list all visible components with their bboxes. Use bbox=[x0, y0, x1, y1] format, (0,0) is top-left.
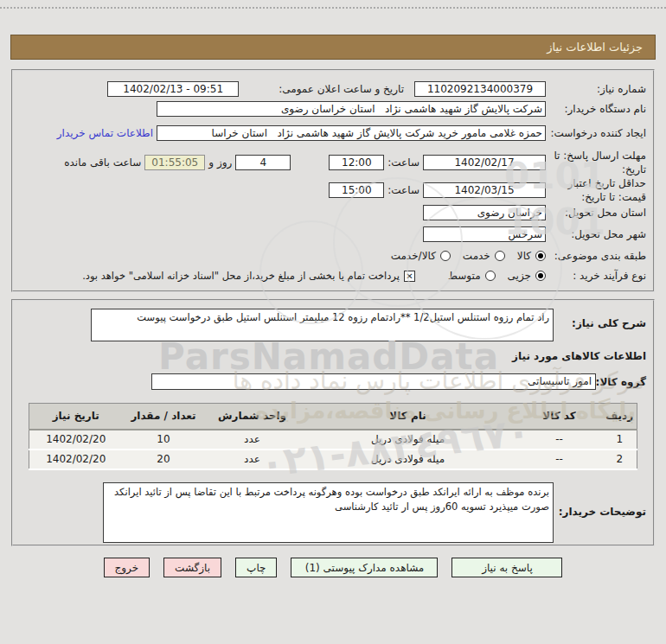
need-description-field[interactable]: راد تمام رزوه استنلس استیل1/2 **رادتمام … bbox=[91, 309, 554, 341]
radio-icon[interactable] bbox=[440, 251, 451, 261]
validity-hour-label: ساعت: bbox=[387, 184, 419, 196]
top-dotted-divider bbox=[0, 7, 666, 9]
radio-icon[interactable] bbox=[485, 271, 496, 281]
radio-selected-icon[interactable] bbox=[535, 251, 546, 261]
need-description-label: شرح کلی نیاز: bbox=[572, 317, 646, 329]
need-number-row: شماره نیاز: 1102092134000379 تاریخ و ساع… bbox=[20, 81, 646, 97]
delivery-province-field[interactable]: خراسان رضوی bbox=[423, 205, 546, 220]
announce-datetime-label: تاریخ و ساعت اعلان عمومی: bbox=[279, 83, 404, 95]
delivery-city-field[interactable]: سرخس bbox=[423, 226, 546, 242]
exit-button[interactable]: خروج bbox=[104, 558, 150, 577]
classification-option-service[interactable]: خدمت bbox=[463, 250, 505, 262]
goods-group-label: گروه کالا: bbox=[596, 376, 646, 388]
table-header-cell: تعداد / مقدار bbox=[123, 404, 205, 430]
buyer-notes-field[interactable]: برنده موظف به ارائه ایرانکد طبق درخواست … bbox=[103, 482, 554, 543]
table-header-cell: کد کالا bbox=[516, 404, 603, 430]
view-attached-docs-button[interactable]: مشاهده مدارک پیوستی (1) bbox=[291, 558, 438, 577]
print-button[interactable]: چاپ bbox=[235, 558, 277, 577]
table-cell: -- bbox=[516, 450, 603, 469]
table-cell: 1402/02/20 bbox=[29, 450, 123, 469]
classification-option-label: خدمت bbox=[463, 250, 490, 262]
need-description-panel: شرح کلی نیاز: راد تمام رزوه استنلس استیل… bbox=[11, 299, 655, 546]
table-cell: 10 bbox=[123, 430, 205, 450]
table-header-cell: واحد شمارش bbox=[205, 404, 300, 430]
table-header-cell: ردیف bbox=[603, 404, 637, 430]
remaining-days-field[interactable]: 4 bbox=[235, 155, 291, 170]
respond-to-need-button[interactable]: پاسخ به نیاز bbox=[451, 558, 562, 577]
validity-date-field[interactable]: 1402/03/15 bbox=[423, 182, 546, 198]
delivery-province-label: استان محل تحویل: bbox=[549, 206, 646, 220]
table-header-row: ردیفکد کالانام کالاواحد شمارشتعداد / مقد… bbox=[29, 404, 637, 430]
table-cell: عدد bbox=[205, 430, 300, 450]
response-deadline-row: مهلت ارسال پاسخ: تا تاریخ: 1402/02/17 سا… bbox=[20, 149, 646, 176]
need-details-page: جزئیات اطلاعات نیاز شماره نیاز: 11020921… bbox=[0, 0, 666, 644]
classification-option-goods[interactable]: کالا bbox=[517, 250, 546, 262]
table-header-cell: تاریخ نیاز bbox=[29, 404, 123, 430]
process-option-minor[interactable]: جزیی bbox=[508, 270, 546, 282]
classification-option-label: کالا/خدمت bbox=[391, 250, 436, 262]
price-validity-label: حداقل تاریخ اعتبار قیمت: تا تاریخ: bbox=[549, 176, 646, 204]
request-creator-label: ایجاد کننده درخواست: bbox=[549, 126, 646, 140]
response-deadline-label: مهلت ارسال پاسخ: تا تاریخ: bbox=[549, 149, 646, 176]
buyer-contact-link[interactable]: اطلاعات تماس خریدار bbox=[57, 127, 153, 139]
radio-selected-icon[interactable] bbox=[535, 271, 546, 281]
back-button[interactable]: بازگشت bbox=[163, 558, 221, 577]
general-info-panel: شماره نیاز: 1102092134000379 تاریخ و ساع… bbox=[11, 69, 655, 292]
delivery-city-label: شهر محل تحویل: bbox=[549, 227, 646, 241]
request-creator-field[interactable]: حمزه غلامی مامور خرید شرکت پالایش گاز شه… bbox=[157, 125, 546, 141]
goods-group-field[interactable]: امور تاسیساتی bbox=[151, 373, 596, 390]
page-title: جزئیات اطلاعات نیاز bbox=[10, 35, 656, 60]
radio-icon[interactable] bbox=[495, 251, 505, 261]
table-cell: -- bbox=[516, 430, 603, 450]
subject-classification-row: طبقه بندی موضوعی: کالا خدمت کالا/خدمت bbox=[20, 249, 646, 263]
table-cell: عدد bbox=[205, 450, 300, 469]
table-cell: 20 bbox=[123, 450, 205, 469]
announce-datetime-field[interactable]: 1402/02/13 - 09:51 bbox=[107, 81, 239, 97]
deadline-time-field[interactable]: 12:00 bbox=[329, 155, 384, 170]
table-row: 2--میله فولادی دریلعدد201402/02/20 bbox=[29, 450, 637, 469]
price-validity-row: حداقل تاریخ اعتبار قیمت: تا تاریخ: 1402/… bbox=[20, 176, 646, 204]
table-cell: 1 bbox=[603, 430, 637, 450]
goods-table: ردیفکد کالانام کالاواحد شمارشتعداد / مقد… bbox=[29, 403, 637, 470]
table-row: 1--میله فولادی دریلعدد101402/02/20 bbox=[29, 430, 637, 450]
buyer-org-row: نام دستگاه خریدار: شرکت پالایش گاز شهید … bbox=[20, 101, 646, 117]
table-cell: 2 bbox=[603, 450, 637, 469]
goods-table-wrap: ردیفکد کالانام کالاواحد شمارشتعداد / مقد… bbox=[29, 403, 637, 470]
classification-option-label: کالا bbox=[517, 250, 531, 262]
deadline-date-field[interactable]: 1402/02/17 bbox=[423, 155, 546, 170]
process-option-label: جزیی bbox=[508, 270, 531, 282]
remaining-hours-label: ساعت باقی مانده bbox=[64, 156, 141, 169]
subject-classification-label: طبقه بندی موضوعی: bbox=[549, 249, 646, 263]
table-cell: میله فولادی دریل bbox=[300, 450, 516, 469]
purchase-process-label: نوع فرآیند خرید : bbox=[549, 269, 646, 283]
buyer-notes-label: توضیحات خریدار: bbox=[559, 506, 646, 518]
goods-info-title: اطلاعات کالاهای مورد نیاز bbox=[512, 350, 646, 362]
deadline-hour-label: ساعت: bbox=[387, 156, 419, 169]
table-cell: میله فولادی دریل bbox=[300, 430, 516, 450]
treasury-checkbox-icon[interactable] bbox=[404, 271, 415, 282]
delivery-province-row: استان محل تحویل: خراسان رضوی bbox=[20, 205, 646, 220]
process-option-medium[interactable]: متوسط bbox=[448, 270, 496, 282]
treasury-payment-label: پرداخت تمام یا بخشی از مبلغ خرید،از محل … bbox=[82, 270, 400, 282]
classification-option-goods-service[interactable]: کالا/خدمت bbox=[391, 250, 451, 262]
request-creator-row: ایجاد کننده درخواست: حمزه غلامی مامور خر… bbox=[20, 125, 646, 141]
treasury-payment-option[interactable]: پرداخت تمام یا بخشی از مبلغ خرید،از محل … bbox=[82, 270, 415, 282]
delivery-city-row: شهر محل تحویل: سرخس bbox=[20, 226, 646, 242]
need-number-field[interactable]: 1102092134000379 bbox=[414, 81, 546, 97]
action-buttons-row: پاسخ به نیاز مشاهده مدارک پیوستی (1) چاپ… bbox=[0, 558, 666, 577]
buyer-org-field[interactable]: شرکت پالایش گاز شهید هاشمی نژاد استان خر… bbox=[157, 101, 546, 117]
days-suffix-label: روز و bbox=[208, 156, 232, 169]
countdown-timer: 01:55:05 bbox=[144, 155, 205, 170]
need-number-label: شماره نیاز: bbox=[549, 82, 646, 96]
validity-time-field[interactable]: 15:00 bbox=[329, 182, 384, 198]
purchase-process-row: نوع فرآیند خرید : جزیی متوسط پرداخت تمام… bbox=[20, 269, 646, 283]
process-option-label: متوسط bbox=[448, 270, 481, 282]
table-cell: 1402/02/20 bbox=[29, 430, 123, 450]
table-header-cell: نام کالا bbox=[300, 404, 516, 430]
buyer-org-label: نام دستگاه خریدار: bbox=[549, 102, 646, 116]
